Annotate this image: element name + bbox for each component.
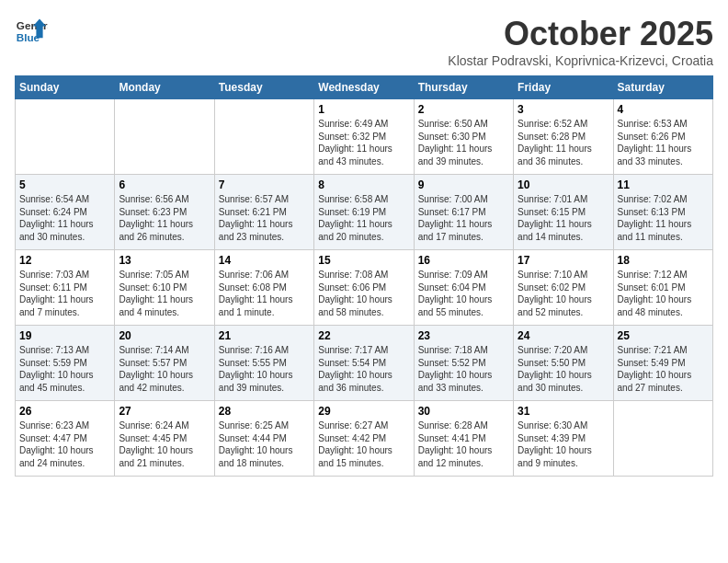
day-info: Sunrise: 6:30 AM Sunset: 4:39 PM Dayligh… — [518, 419, 609, 469]
calendar-cell — [613, 401, 712, 477]
day-number: 22 — [318, 329, 409, 342]
day-number: 25 — [618, 329, 709, 342]
logo-icon: General Blue — [15, 15, 48, 48]
weekday-header-row: SundayMondayTuesdayWednesdayThursdayFrid… — [16, 76, 713, 99]
day-info: Sunrise: 7:00 AM Sunset: 6:17 PM Dayligh… — [418, 193, 509, 243]
day-info: Sunrise: 7:01 AM Sunset: 6:15 PM Dayligh… — [518, 193, 609, 243]
calendar-cell: 21Sunrise: 7:16 AM Sunset: 5:55 PM Dayli… — [214, 326, 313, 401]
day-number: 23 — [418, 329, 509, 342]
day-info: Sunrise: 6:56 AM Sunset: 6:23 PM Dayligh… — [119, 193, 210, 243]
day-number: 13 — [119, 254, 210, 267]
day-info: Sunrise: 6:24 AM Sunset: 4:45 PM Dayligh… — [119, 419, 210, 469]
calendar-cell: 2Sunrise: 6:50 AM Sunset: 6:30 PM Daylig… — [414, 99, 513, 175]
calendar-cell: 24Sunrise: 7:20 AM Sunset: 5:50 PM Dayli… — [514, 326, 613, 401]
day-number: 18 — [618, 254, 709, 267]
day-info: Sunrise: 6:23 AM Sunset: 4:47 PM Dayligh… — [19, 419, 110, 469]
day-number: 31 — [518, 405, 609, 418]
weekday-header: Monday — [115, 76, 214, 99]
day-number: 29 — [318, 405, 409, 418]
day-info: Sunrise: 6:49 AM Sunset: 6:32 PM Dayligh… — [318, 118, 409, 167]
day-number: 7 — [219, 178, 310, 191]
calendar-cell: 16Sunrise: 7:09 AM Sunset: 6:04 PM Dayli… — [414, 250, 513, 326]
day-info: Sunrise: 7:08 AM Sunset: 6:06 PM Dayligh… — [318, 269, 409, 318]
day-number: 4 — [618, 103, 709, 116]
day-number: 17 — [518, 254, 609, 267]
day-info: Sunrise: 7:20 AM Sunset: 5:50 PM Dayligh… — [518, 344, 609, 394]
title-block: October 2025 Klostar Podravski, Koprivni… — [448, 15, 713, 68]
day-number: 5 — [19, 178, 110, 191]
calendar-cell: 11Sunrise: 7:02 AM Sunset: 6:13 PM Dayli… — [613, 175, 712, 250]
calendar-cell: 31Sunrise: 6:30 AM Sunset: 4:39 PM Dayli… — [514, 401, 613, 477]
day-info: Sunrise: 6:54 AM Sunset: 6:24 PM Dayligh… — [19, 193, 110, 243]
weekday-header: Friday — [514, 76, 613, 99]
calendar-week-row: 19Sunrise: 7:13 AM Sunset: 5:59 PM Dayli… — [16, 326, 713, 401]
calendar-cell: 18Sunrise: 7:12 AM Sunset: 6:01 PM Dayli… — [613, 250, 712, 326]
day-info: Sunrise: 7:21 AM Sunset: 5:49 PM Dayligh… — [618, 344, 709, 394]
calendar-cell: 19Sunrise: 7:13 AM Sunset: 5:59 PM Dayli… — [16, 326, 115, 401]
weekday-header: Saturday — [613, 76, 712, 99]
day-number: 16 — [418, 254, 509, 267]
calendar-cell: 20Sunrise: 7:14 AM Sunset: 5:57 PM Dayli… — [115, 326, 214, 401]
day-info: Sunrise: 6:57 AM Sunset: 6:21 PM Dayligh… — [219, 193, 310, 243]
day-number: 27 — [119, 405, 210, 418]
calendar-cell: 23Sunrise: 7:18 AM Sunset: 5:52 PM Dayli… — [414, 326, 513, 401]
calendar-cell: 6Sunrise: 6:56 AM Sunset: 6:23 PM Daylig… — [115, 175, 214, 250]
calendar-cell: 14Sunrise: 7:06 AM Sunset: 6:08 PM Dayli… — [214, 250, 313, 326]
calendar-cell: 30Sunrise: 6:28 AM Sunset: 4:41 PM Dayli… — [414, 401, 513, 477]
day-number: 2 — [418, 103, 509, 116]
weekday-header: Thursday — [414, 76, 513, 99]
day-info: Sunrise: 7:02 AM Sunset: 6:13 PM Dayligh… — [618, 193, 709, 243]
calendar-table: SundayMondayTuesdayWednesdayThursdayFrid… — [15, 75, 713, 477]
calendar-cell: 28Sunrise: 6:25 AM Sunset: 4:44 PM Dayli… — [214, 401, 313, 477]
day-number: 24 — [518, 329, 609, 342]
calendar-cell: 12Sunrise: 7:03 AM Sunset: 6:11 PM Dayli… — [16, 250, 115, 326]
day-info: Sunrise: 7:05 AM Sunset: 6:10 PM Dayligh… — [119, 269, 210, 318]
calendar-cell — [115, 99, 214, 175]
calendar-cell: 25Sunrise: 7:21 AM Sunset: 5:49 PM Dayli… — [613, 326, 712, 401]
calendar-cell: 3Sunrise: 6:52 AM Sunset: 6:28 PM Daylig… — [514, 99, 613, 175]
day-number: 20 — [119, 329, 210, 342]
calendar-cell: 29Sunrise: 6:27 AM Sunset: 4:42 PM Dayli… — [314, 401, 414, 477]
day-info: Sunrise: 7:14 AM Sunset: 5:57 PM Dayligh… — [119, 344, 210, 394]
calendar-week-row: 12Sunrise: 7:03 AM Sunset: 6:11 PM Dayli… — [16, 250, 713, 326]
day-info: Sunrise: 7:18 AM Sunset: 5:52 PM Dayligh… — [418, 344, 509, 394]
calendar-week-row: 1Sunrise: 6:49 AM Sunset: 6:32 PM Daylig… — [16, 99, 713, 175]
day-info: Sunrise: 7:10 AM Sunset: 6:02 PM Dayligh… — [518, 269, 609, 318]
day-info: Sunrise: 7:03 AM Sunset: 6:11 PM Dayligh… — [19, 269, 110, 318]
calendar-cell: 8Sunrise: 6:58 AM Sunset: 6:19 PM Daylig… — [314, 175, 414, 250]
day-info: Sunrise: 7:06 AM Sunset: 6:08 PM Dayligh… — [219, 269, 310, 318]
day-number: 19 — [19, 329, 110, 342]
day-info: Sunrise: 7:09 AM Sunset: 6:04 PM Dayligh… — [418, 269, 509, 318]
day-number: 11 — [618, 178, 709, 191]
logo: General Blue — [15, 15, 48, 48]
day-number: 1 — [318, 103, 409, 116]
weekday-header: Tuesday — [214, 76, 313, 99]
weekday-header: Wednesday — [314, 76, 414, 99]
calendar-cell: 26Sunrise: 6:23 AM Sunset: 4:47 PM Dayli… — [16, 401, 115, 477]
day-number: 15 — [318, 254, 409, 267]
day-info: Sunrise: 6:58 AM Sunset: 6:19 PM Dayligh… — [318, 193, 409, 243]
calendar-week-row: 5Sunrise: 6:54 AM Sunset: 6:24 PM Daylig… — [16, 175, 713, 250]
day-info: Sunrise: 6:25 AM Sunset: 4:44 PM Dayligh… — [219, 419, 310, 469]
day-info: Sunrise: 6:53 AM Sunset: 6:26 PM Dayligh… — [618, 118, 709, 167]
calendar-cell: 17Sunrise: 7:10 AM Sunset: 6:02 PM Dayli… — [514, 250, 613, 326]
calendar-cell: 15Sunrise: 7:08 AM Sunset: 6:06 PM Dayli… — [314, 250, 414, 326]
day-number: 6 — [119, 178, 210, 191]
calendar-week-row: 26Sunrise: 6:23 AM Sunset: 4:47 PM Dayli… — [16, 401, 713, 477]
day-number: 9 — [418, 178, 509, 191]
day-info: Sunrise: 7:13 AM Sunset: 5:59 PM Dayligh… — [19, 344, 110, 394]
day-info: Sunrise: 6:28 AM Sunset: 4:41 PM Dayligh… — [418, 419, 509, 469]
calendar-cell: 22Sunrise: 7:17 AM Sunset: 5:54 PM Dayli… — [314, 326, 414, 401]
day-number: 3 — [518, 103, 609, 116]
day-number: 28 — [219, 405, 310, 418]
calendar-cell: 9Sunrise: 7:00 AM Sunset: 6:17 PM Daylig… — [414, 175, 513, 250]
location-title: Klostar Podravski, Koprivnica-Krizevci, … — [448, 53, 713, 68]
day-number: 12 — [19, 254, 110, 267]
day-info: Sunrise: 6:52 AM Sunset: 6:28 PM Dayligh… — [518, 118, 609, 167]
page-header: General Blue October 2025 Klostar Podrav… — [15, 15, 713, 68]
calendar-cell: 7Sunrise: 6:57 AM Sunset: 6:21 PM Daylig… — [214, 175, 313, 250]
calendar-cell: 1Sunrise: 6:49 AM Sunset: 6:32 PM Daylig… — [314, 99, 414, 175]
month-title: October 2025 — [448, 15, 713, 53]
calendar-cell: 13Sunrise: 7:05 AM Sunset: 6:10 PM Dayli… — [115, 250, 214, 326]
day-info: Sunrise: 7:12 AM Sunset: 6:01 PM Dayligh… — [618, 269, 709, 318]
